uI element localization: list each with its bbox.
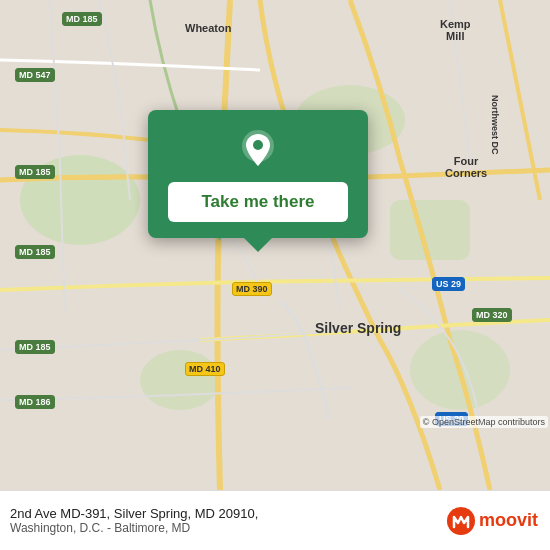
address-line2: Washington, D.C. - Baltimore, MD <box>10 521 258 535</box>
bottom-bar: 2nd Ave MD-391, Silver Spring, MD 20910,… <box>0 490 550 550</box>
us29-badge-1: US 29 <box>432 277 465 291</box>
md390-badge: MD 390 <box>232 282 272 296</box>
md186-badge: MD 186 <box>15 395 55 409</box>
address-line1: 2nd Ave MD-391, Silver Spring, MD 20910, <box>10 506 258 521</box>
svg-point-8 <box>253 140 263 150</box>
take-me-there-button[interactable]: Take me there <box>168 182 348 222</box>
svg-rect-4 <box>390 200 470 260</box>
moovit-logo: moovit <box>447 507 538 535</box>
popup-card: Take me there <box>148 110 368 238</box>
md320-badge: MD 320 <box>472 308 512 322</box>
md410-badge: MD 410 <box>185 362 225 376</box>
md185-badge-3: MD 185 <box>15 245 55 259</box>
md547-badge: MD 547 <box>15 68 55 82</box>
moovit-icon <box>447 507 475 535</box>
address-block: 2nd Ave MD-391, Silver Spring, MD 20910,… <box>10 506 258 535</box>
md185-badge-4: MD 185 <box>15 340 55 354</box>
svg-point-9 <box>447 507 475 535</box>
moovit-text: moovit <box>479 510 538 531</box>
osm-credit: © OpenStreetMap contributors <box>420 416 548 428</box>
md185-badge-1: MD 185 <box>62 12 102 26</box>
map-container: Wheaton KempMill FourCorners Silver Spri… <box>0 0 550 490</box>
md185-badge-2: MD 185 <box>15 165 55 179</box>
svg-point-3 <box>140 350 220 410</box>
location-pin-icon <box>236 128 280 172</box>
